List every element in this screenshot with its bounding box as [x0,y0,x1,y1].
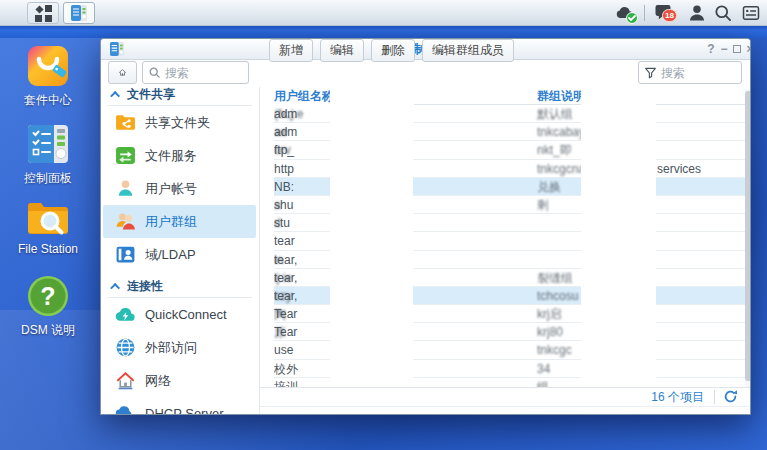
user-group-icon [115,211,136,232]
sidebar-item[interactable]: QuickConnect [101,298,258,331]
group-desc-cell: 裂缝组 [537,269,573,287]
desktop-icon-label: 控制面板 [24,170,72,187]
sidebar-item[interactable]: 外部访问 [101,331,258,364]
sidebar-item-label: 域/LDAP [145,246,196,264]
close-button[interactable]: × [743,42,751,57]
edit-members-button[interactable]: 编辑群组成员 [422,39,514,62]
column-header-group-desc[interactable]: 群组说明 [537,87,585,105]
sidebar-section-header[interactable]: 文件共享 [101,87,258,101]
table-footer: 16 个项目 [260,387,751,407]
group-desc-tail: services [657,160,701,178]
main-menu-icon [35,5,52,22]
minimize-button[interactable]: − [717,42,731,57]
refresh-button[interactable] [723,389,743,405]
scrollbar-thumb[interactable] [745,91,751,381]
group-desc-cell: tchcosu [537,287,578,305]
sidebar-item-label: DHCP Server [145,406,224,415]
sidebar-item[interactable]: 文件服务 [101,139,258,172]
group-desc-cell: tnkcgc [537,341,572,359]
sidebar-item-label: 用户帐号 [145,180,197,198]
sync-ok-badge [626,12,638,24]
desktop-icon-label: 套件中心 [24,92,72,109]
section-label: 文件共享 [127,87,175,103]
filter-funnel-icon [644,66,657,79]
sidebar-item-label: 网络 [145,372,171,390]
globe-icon [115,337,136,358]
taskbar: 18 [0,0,767,26]
file-services-icon [115,145,136,166]
edit-button[interactable]: 编辑 [320,39,364,62]
user-menu-button[interactable] [686,3,708,23]
desktop-icon-dsm-help[interactable]: ? DSM 说明 [3,274,93,339]
control-panel-icon [26,122,70,166]
notification-count-badge: 18 [662,9,677,22]
widgets-icon [740,3,762,23]
dsm-help-icon: ? [26,274,70,318]
group-desc-cell: 默认组 [537,105,573,123]
taskbar-accent-strip [0,26,767,38]
sidebar-item-label: 共享文件夹 [145,114,210,132]
group-desc-cell: 兑换 [537,178,561,196]
sidebar-search [142,61,249,84]
group-desc-cell: tnkcgcna [537,160,585,178]
sidebar-item[interactable]: 共享文件夹 [101,106,258,139]
table-scrollbar[interactable] [745,89,751,387]
desktop-icon-package-center[interactable]: 套件中心 [3,44,93,109]
dhcp-icon [115,403,136,415]
sidebar-section-header[interactable]: 连接性 [101,279,258,293]
network-icon [115,370,136,391]
shared-folder-icon [115,112,136,133]
sidebar-item-label: 用户群组 [145,213,197,231]
widgets-button[interactable] [740,3,762,23]
redaction-band [581,88,656,387]
sidebar-item[interactable]: 域/LDAP [101,238,258,271]
filter-search-input[interactable] [661,66,736,80]
taskbar-control-panel-button[interactable] [63,2,95,24]
user-icon [686,3,708,23]
group-desc-cell: 34 [537,360,550,378]
sidebar-item[interactable]: DHCP Server [101,397,258,415]
file-station-icon [25,198,71,238]
desktop-icon-file-station[interactable]: File Station [3,198,93,256]
sidebar-item[interactable]: 网络 [101,364,258,397]
package-center-icon [26,44,70,88]
main-menu-button[interactable] [27,2,59,24]
sidebar-divider [259,87,260,415]
domain-ldap-icon [115,244,136,265]
control-panel-app-icon [71,5,87,21]
user-icon [115,178,136,199]
desktop-icon-control-panel[interactable]: 控制面板 [3,122,93,187]
filter-search [638,61,742,84]
home-button[interactable] [108,61,137,84]
notifications-button[interactable]: 18 [652,3,674,23]
sidebar-item[interactable]: 用户群组 [103,205,256,238]
search-button[interactable] [712,3,734,23]
redaction-band [330,88,413,387]
sidebar-spacer [101,271,258,279]
chevron-up-icon [110,90,120,100]
delete-button[interactable]: 删除 [371,39,415,62]
add-button[interactable]: 新增 [269,39,313,62]
chevron-up-icon [110,282,120,292]
section-label: 连接性 [127,278,163,295]
control-panel-window: 控制面板 ? − × 新增 编辑 删除 编辑群组成员 文件共享共享文件夹文件服务… [100,38,751,415]
quickconnect-icon [115,304,136,325]
toolbar-actions: 新增 编辑 删除 编辑群组成员 [269,39,514,62]
sidebar-item[interactable]: 用户帐号 [101,172,258,205]
svg-text:?: ? [40,282,55,310]
maximize-icon [733,45,741,53]
group-desc-cell: 组 [537,378,549,387]
sidebar-search-input[interactable] [165,66,243,80]
desktop-icon-label: DSM 说明 [21,322,75,339]
group-desc-cell: krj80 [537,323,563,341]
search-icon [148,66,161,79]
maximize-button[interactable] [730,42,744,57]
group-desc-cell: 剩 [537,196,549,214]
group-desc-cell: tnkcabay [537,123,585,141]
sidebar-item-label: 外部访问 [145,339,197,357]
refresh-icon [723,389,738,404]
footer-separator [714,390,715,404]
help-button[interactable]: ? [704,42,718,57]
sync-status-button[interactable] [614,3,636,23]
item-count: 16 个项目 [651,389,704,406]
